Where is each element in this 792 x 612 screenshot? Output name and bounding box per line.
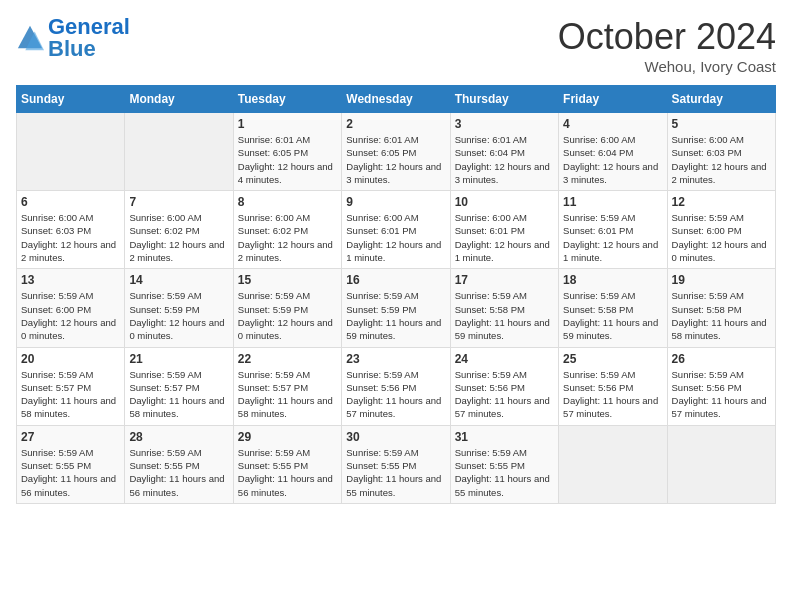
day-info: Sunrise: 6:00 AM Sunset: 6:03 PM Dayligh… <box>672 133 771 186</box>
day-number: 14 <box>129 273 228 287</box>
day-info: Sunrise: 5:59 AM Sunset: 5:56 PM Dayligh… <box>672 368 771 421</box>
calendar-cell: 8Sunrise: 6:00 AM Sunset: 6:02 PM Daylig… <box>233 191 341 269</box>
calendar-cell: 7Sunrise: 6:00 AM Sunset: 6:02 PM Daylig… <box>125 191 233 269</box>
day-number: 16 <box>346 273 445 287</box>
day-number: 3 <box>455 117 554 131</box>
day-number: 30 <box>346 430 445 444</box>
day-number: 22 <box>238 352 337 366</box>
calendar-cell: 4Sunrise: 6:00 AM Sunset: 6:04 PM Daylig… <box>559 113 667 191</box>
day-info: Sunrise: 6:01 AM Sunset: 6:05 PM Dayligh… <box>238 133 337 186</box>
day-info: Sunrise: 5:59 AM Sunset: 6:00 PM Dayligh… <box>672 211 771 264</box>
day-number: 24 <box>455 352 554 366</box>
day-info: Sunrise: 5:59 AM Sunset: 5:59 PM Dayligh… <box>346 289 445 342</box>
day-info: Sunrise: 5:59 AM Sunset: 5:55 PM Dayligh… <box>129 446 228 499</box>
day-number: 23 <box>346 352 445 366</box>
calendar-cell: 21Sunrise: 5:59 AM Sunset: 5:57 PM Dayli… <box>125 347 233 425</box>
day-number: 6 <box>21 195 120 209</box>
calendar-cell: 3Sunrise: 6:01 AM Sunset: 6:04 PM Daylig… <box>450 113 558 191</box>
day-info: Sunrise: 6:01 AM Sunset: 6:04 PM Dayligh… <box>455 133 554 186</box>
calendar-cell: 26Sunrise: 5:59 AM Sunset: 5:56 PM Dayli… <box>667 347 775 425</box>
calendar-cell: 17Sunrise: 5:59 AM Sunset: 5:58 PM Dayli… <box>450 269 558 347</box>
weekday-header-thursday: Thursday <box>450 86 558 113</box>
day-number: 27 <box>21 430 120 444</box>
calendar-cell <box>125 113 233 191</box>
calendar-cell: 25Sunrise: 5:59 AM Sunset: 5:56 PM Dayli… <box>559 347 667 425</box>
day-number: 7 <box>129 195 228 209</box>
calendar-cell <box>559 425 667 503</box>
day-info: Sunrise: 6:00 AM Sunset: 6:02 PM Dayligh… <box>129 211 228 264</box>
day-number: 1 <box>238 117 337 131</box>
day-info: Sunrise: 5:59 AM Sunset: 5:58 PM Dayligh… <box>672 289 771 342</box>
title-area: October 2024 Wehou, Ivory Coast <box>558 16 776 75</box>
subtitle: Wehou, Ivory Coast <box>558 58 776 75</box>
logo-blue: Blue <box>48 36 96 61</box>
calendar-cell: 20Sunrise: 5:59 AM Sunset: 5:57 PM Dayli… <box>17 347 125 425</box>
day-info: Sunrise: 5:59 AM Sunset: 5:57 PM Dayligh… <box>238 368 337 421</box>
calendar-cell: 27Sunrise: 5:59 AM Sunset: 5:55 PM Dayli… <box>17 425 125 503</box>
day-info: Sunrise: 5:59 AM Sunset: 5:55 PM Dayligh… <box>455 446 554 499</box>
day-info: Sunrise: 5:59 AM Sunset: 5:56 PM Dayligh… <box>563 368 662 421</box>
day-info: Sunrise: 5:59 AM Sunset: 5:56 PM Dayligh… <box>455 368 554 421</box>
day-info: Sunrise: 5:59 AM Sunset: 5:58 PM Dayligh… <box>455 289 554 342</box>
day-info: Sunrise: 5:59 AM Sunset: 5:59 PM Dayligh… <box>238 289 337 342</box>
day-number: 17 <box>455 273 554 287</box>
day-number: 21 <box>129 352 228 366</box>
calendar-cell: 28Sunrise: 5:59 AM Sunset: 5:55 PM Dayli… <box>125 425 233 503</box>
day-number: 26 <box>672 352 771 366</box>
month-title: October 2024 <box>558 16 776 58</box>
calendar-week-row: 27Sunrise: 5:59 AM Sunset: 5:55 PM Dayli… <box>17 425 776 503</box>
day-info: Sunrise: 5:59 AM Sunset: 5:57 PM Dayligh… <box>21 368 120 421</box>
weekday-header-wednesday: Wednesday <box>342 86 450 113</box>
day-info: Sunrise: 5:59 AM Sunset: 5:55 PM Dayligh… <box>346 446 445 499</box>
day-number: 9 <box>346 195 445 209</box>
day-number: 29 <box>238 430 337 444</box>
day-info: Sunrise: 6:00 AM Sunset: 6:03 PM Dayligh… <box>21 211 120 264</box>
weekday-header-friday: Friday <box>559 86 667 113</box>
calendar-week-row: 20Sunrise: 5:59 AM Sunset: 5:57 PM Dayli… <box>17 347 776 425</box>
day-info: Sunrise: 6:00 AM Sunset: 6:04 PM Dayligh… <box>563 133 662 186</box>
day-info: Sunrise: 5:59 AM Sunset: 6:01 PM Dayligh… <box>563 211 662 264</box>
day-info: Sunrise: 6:01 AM Sunset: 6:05 PM Dayligh… <box>346 133 445 186</box>
calendar-week-row: 6Sunrise: 6:00 AM Sunset: 6:03 PM Daylig… <box>17 191 776 269</box>
calendar-cell: 12Sunrise: 5:59 AM Sunset: 6:00 PM Dayli… <box>667 191 775 269</box>
day-number: 18 <box>563 273 662 287</box>
day-info: Sunrise: 5:59 AM Sunset: 5:58 PM Dayligh… <box>563 289 662 342</box>
day-info: Sunrise: 5:59 AM Sunset: 5:55 PM Dayligh… <box>21 446 120 499</box>
calendar-cell: 16Sunrise: 5:59 AM Sunset: 5:59 PM Dayli… <box>342 269 450 347</box>
day-number: 13 <box>21 273 120 287</box>
day-number: 11 <box>563 195 662 209</box>
calendar-cell <box>667 425 775 503</box>
calendar-cell: 13Sunrise: 5:59 AM Sunset: 6:00 PM Dayli… <box>17 269 125 347</box>
day-number: 2 <box>346 117 445 131</box>
calendar-cell: 29Sunrise: 5:59 AM Sunset: 5:55 PM Dayli… <box>233 425 341 503</box>
calendar-cell: 31Sunrise: 5:59 AM Sunset: 5:55 PM Dayli… <box>450 425 558 503</box>
calendar-cell: 2Sunrise: 6:01 AM Sunset: 6:05 PM Daylig… <box>342 113 450 191</box>
calendar-cell: 9Sunrise: 6:00 AM Sunset: 6:01 PM Daylig… <box>342 191 450 269</box>
calendar-cell: 10Sunrise: 6:00 AM Sunset: 6:01 PM Dayli… <box>450 191 558 269</box>
weekday-header-sunday: Sunday <box>17 86 125 113</box>
day-number: 10 <box>455 195 554 209</box>
day-info: Sunrise: 6:00 AM Sunset: 6:01 PM Dayligh… <box>346 211 445 264</box>
weekday-header-row: SundayMondayTuesdayWednesdayThursdayFrid… <box>17 86 776 113</box>
day-info: Sunrise: 5:59 AM Sunset: 5:57 PM Dayligh… <box>129 368 228 421</box>
calendar-cell: 11Sunrise: 5:59 AM Sunset: 6:01 PM Dayli… <box>559 191 667 269</box>
weekday-header-tuesday: Tuesday <box>233 86 341 113</box>
calendar-cell: 6Sunrise: 6:00 AM Sunset: 6:03 PM Daylig… <box>17 191 125 269</box>
day-info: Sunrise: 5:59 AM Sunset: 5:55 PM Dayligh… <box>238 446 337 499</box>
calendar-cell: 30Sunrise: 5:59 AM Sunset: 5:55 PM Dayli… <box>342 425 450 503</box>
calendar-week-row: 1Sunrise: 6:01 AM Sunset: 6:05 PM Daylig… <box>17 113 776 191</box>
logo-text: General Blue <box>48 16 130 60</box>
day-number: 12 <box>672 195 771 209</box>
calendar-cell: 18Sunrise: 5:59 AM Sunset: 5:58 PM Dayli… <box>559 269 667 347</box>
day-info: Sunrise: 5:59 AM Sunset: 5:56 PM Dayligh… <box>346 368 445 421</box>
day-number: 4 <box>563 117 662 131</box>
day-number: 31 <box>455 430 554 444</box>
calendar-cell: 5Sunrise: 6:00 AM Sunset: 6:03 PM Daylig… <box>667 113 775 191</box>
calendar-cell <box>17 113 125 191</box>
logo-icon <box>16 24 44 52</box>
logo: General Blue <box>16 16 130 60</box>
calendar-cell: 19Sunrise: 5:59 AM Sunset: 5:58 PM Dayli… <box>667 269 775 347</box>
day-number: 8 <box>238 195 337 209</box>
calendar-table: SundayMondayTuesdayWednesdayThursdayFrid… <box>16 85 776 504</box>
calendar-cell: 14Sunrise: 5:59 AM Sunset: 5:59 PM Dayli… <box>125 269 233 347</box>
